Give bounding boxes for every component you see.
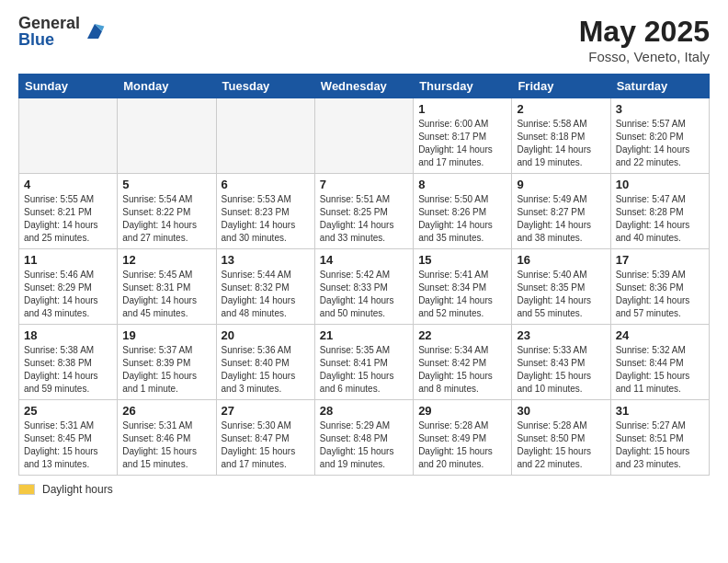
day-info: Sunrise: 5:36 AM Sunset: 8:40 PM Dayligh…: [222, 344, 310, 396]
day-info: Sunrise: 5:54 AM Sunset: 8:22 PM Dayligh…: [122, 193, 210, 245]
weekday-header-wednesday: Wednesday: [314, 75, 413, 98]
daylight-box-icon: [18, 484, 35, 495]
day-number: 29: [418, 404, 506, 418]
logo-icon: [84, 20, 106, 42]
calendar-cell: 16Sunrise: 5:40 AM Sunset: 8:35 PM Dayli…: [512, 249, 610, 325]
weekday-header-friday: Friday: [512, 75, 610, 98]
logo: General Blue: [18, 15, 106, 48]
day-number: 19: [122, 328, 210, 342]
calendar-cell: 6Sunrise: 5:53 AM Sunset: 8:23 PM Daylig…: [216, 174, 314, 249]
day-number: 7: [320, 178, 408, 191]
day-number: 3: [616, 102, 704, 116]
day-info: Sunrise: 5:40 AM Sunset: 8:35 PM Dayligh…: [517, 269, 605, 320]
calendar-cell: 22Sunrise: 5:34 AM Sunset: 8:42 PM Dayli…: [414, 325, 512, 400]
day-info: Sunrise: 6:00 AM Sunset: 8:17 PM Dayligh…: [418, 118, 506, 169]
day-number: 22: [418, 328, 506, 342]
day-number: 2: [517, 102, 605, 116]
weekday-header-saturday: Saturday: [610, 75, 709, 98]
calendar-cell: 17Sunrise: 5:39 AM Sunset: 8:36 PM Dayli…: [610, 249, 709, 325]
header: General Blue May 2025 Fosso, Veneto, Ita…: [18, 15, 710, 64]
day-info: Sunrise: 5:46 AM Sunset: 8:29 PM Dayligh…: [24, 269, 112, 320]
day-number: 11: [24, 253, 112, 267]
day-info: Sunrise: 5:57 AM Sunset: 8:20 PM Dayligh…: [616, 118, 704, 169]
day-info: Sunrise: 5:35 AM Sunset: 8:41 PM Dayligh…: [320, 344, 408, 396]
calendar-cell: 2Sunrise: 5:58 AM Sunset: 8:18 PM Daylig…: [512, 98, 610, 174]
day-number: 20: [222, 328, 310, 342]
day-number: 4: [24, 178, 112, 191]
day-info: Sunrise: 5:42 AM Sunset: 8:33 PM Dayligh…: [320, 269, 408, 320]
weekday-header-row: SundayMondayTuesdayWednesdayThursdayFrid…: [19, 75, 710, 98]
day-number: 21: [320, 328, 408, 342]
week-row-1: 1Sunrise: 6:00 AM Sunset: 8:17 PM Daylig…: [19, 98, 710, 174]
logo-text: General Blue: [18, 15, 80, 48]
calendar-cell: 8Sunrise: 5:50 AM Sunset: 8:26 PM Daylig…: [414, 174, 512, 249]
day-info: Sunrise: 5:45 AM Sunset: 8:31 PM Dayligh…: [122, 269, 210, 320]
calendar-cell: [19, 98, 118, 174]
day-number: 27: [222, 404, 310, 418]
weekday-header-thursday: Thursday: [414, 75, 512, 98]
day-info: Sunrise: 5:49 AM Sunset: 8:27 PM Dayligh…: [517, 193, 605, 245]
day-number: 12: [122, 253, 210, 267]
calendar-cell: 14Sunrise: 5:42 AM Sunset: 8:33 PM Dayli…: [314, 249, 413, 325]
calendar-cell: 31Sunrise: 5:27 AM Sunset: 8:51 PM Dayli…: [610, 400, 709, 476]
calendar-cell: 19Sunrise: 5:37 AM Sunset: 8:39 PM Dayli…: [118, 325, 216, 400]
day-number: 24: [616, 328, 704, 342]
day-info: Sunrise: 5:30 AM Sunset: 8:47 PM Dayligh…: [222, 419, 310, 471]
day-info: Sunrise: 5:27 AM Sunset: 8:51 PM Dayligh…: [616, 419, 704, 471]
day-info: Sunrise: 5:32 AM Sunset: 8:44 PM Dayligh…: [616, 344, 704, 396]
calendar-cell: 18Sunrise: 5:38 AM Sunset: 8:38 PM Dayli…: [19, 325, 118, 400]
calendar-cell: 9Sunrise: 5:49 AM Sunset: 8:27 PM Daylig…: [512, 174, 610, 249]
day-number: 23: [517, 328, 605, 342]
day-number: 5: [122, 178, 210, 191]
title-block: May 2025 Fosso, Veneto, Italy: [579, 15, 710, 64]
page: General Blue May 2025 Fosso, Veneto, Ita…: [0, 0, 728, 563]
calendar-cell: 1Sunrise: 6:00 AM Sunset: 8:17 PM Daylig…: [414, 98, 512, 174]
day-info: Sunrise: 5:28 AM Sunset: 8:49 PM Dayligh…: [418, 419, 506, 471]
day-info: Sunrise: 5:53 AM Sunset: 8:23 PM Dayligh…: [222, 193, 310, 245]
calendar-cell: 30Sunrise: 5:28 AM Sunset: 8:50 PM Dayli…: [512, 400, 610, 476]
day-info: Sunrise: 5:50 AM Sunset: 8:26 PM Dayligh…: [418, 193, 506, 245]
calendar-cell: 24Sunrise: 5:32 AM Sunset: 8:44 PM Dayli…: [610, 325, 709, 400]
day-number: 28: [320, 404, 408, 418]
day-info: Sunrise: 5:41 AM Sunset: 8:34 PM Dayligh…: [418, 269, 506, 320]
day-number: 16: [517, 253, 605, 267]
calendar-cell: 28Sunrise: 5:29 AM Sunset: 8:48 PM Dayli…: [314, 400, 413, 476]
day-info: Sunrise: 5:58 AM Sunset: 8:18 PM Dayligh…: [517, 118, 605, 169]
location-title: Fosso, Veneto, Italy: [579, 49, 710, 64]
calendar-cell: 25Sunrise: 5:31 AM Sunset: 8:45 PM Dayli…: [19, 400, 118, 476]
logo-blue: Blue: [18, 31, 80, 48]
week-row-4: 18Sunrise: 5:38 AM Sunset: 8:38 PM Dayli…: [19, 325, 710, 400]
weekday-header-sunday: Sunday: [19, 75, 118, 98]
day-info: Sunrise: 5:37 AM Sunset: 8:39 PM Dayligh…: [122, 344, 210, 396]
week-row-2: 4Sunrise: 5:55 AM Sunset: 8:21 PM Daylig…: [19, 174, 710, 249]
weekday-header-tuesday: Tuesday: [216, 75, 314, 98]
day-number: 15: [418, 253, 506, 267]
calendar-cell: 26Sunrise: 5:31 AM Sunset: 8:46 PM Dayli…: [118, 400, 216, 476]
calendar-cell: 12Sunrise: 5:45 AM Sunset: 8:31 PM Dayli…: [118, 249, 216, 325]
week-row-3: 11Sunrise: 5:46 AM Sunset: 8:29 PM Dayli…: [19, 249, 710, 325]
daylight-label: Daylight hours: [42, 483, 113, 496]
day-number: 10: [616, 178, 704, 191]
day-number: 13: [222, 253, 310, 267]
day-info: Sunrise: 5:51 AM Sunset: 8:25 PM Dayligh…: [320, 193, 408, 245]
day-number: 31: [616, 404, 704, 418]
footer: Daylight hours: [18, 483, 710, 496]
day-number: 25: [24, 404, 112, 418]
day-number: 6: [222, 178, 310, 191]
calendar-table: SundayMondayTuesdayWednesdayThursdayFrid…: [18, 74, 710, 476]
calendar-cell: 27Sunrise: 5:30 AM Sunset: 8:47 PM Dayli…: [216, 400, 314, 476]
calendar-cell: 7Sunrise: 5:51 AM Sunset: 8:25 PM Daylig…: [314, 174, 413, 249]
calendar-cell: 11Sunrise: 5:46 AM Sunset: 8:29 PM Dayli…: [19, 249, 118, 325]
calendar-cell: [118, 98, 216, 174]
day-info: Sunrise: 5:55 AM Sunset: 8:21 PM Dayligh…: [24, 193, 112, 245]
day-number: 17: [616, 253, 704, 267]
calendar-cell: 20Sunrise: 5:36 AM Sunset: 8:40 PM Dayli…: [216, 325, 314, 400]
day-number: 14: [320, 253, 408, 267]
day-number: 9: [517, 178, 605, 191]
day-number: 30: [517, 404, 605, 418]
day-info: Sunrise: 5:39 AM Sunset: 8:36 PM Dayligh…: [616, 269, 704, 320]
day-info: Sunrise: 5:31 AM Sunset: 8:46 PM Dayligh…: [122, 419, 210, 471]
day-info: Sunrise: 5:38 AM Sunset: 8:38 PM Dayligh…: [24, 344, 112, 396]
day-info: Sunrise: 5:28 AM Sunset: 8:50 PM Dayligh…: [517, 419, 605, 471]
day-number: 26: [122, 404, 210, 418]
